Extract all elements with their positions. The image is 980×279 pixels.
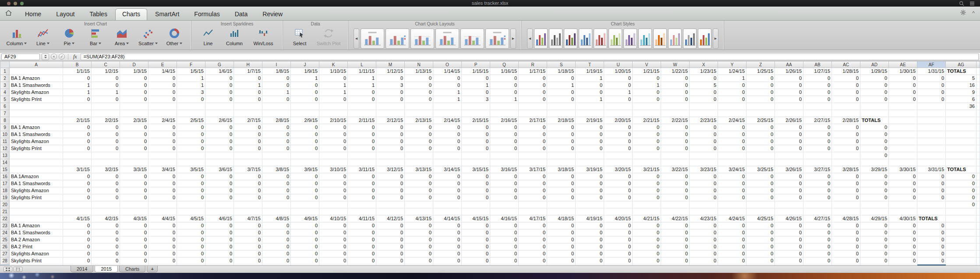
- cell[interactable]: 0: [234, 229, 262, 236]
- cell[interactable]: 0: [433, 250, 462, 258]
- cell[interactable]: 0: [462, 75, 490, 82]
- cell[interactable]: 0: [775, 138, 803, 145]
- insert-pie-chart-button[interactable]: Pie: [58, 27, 81, 50]
- cell[interactable]: 0: [746, 75, 775, 82]
- cell[interactable]: 0: [462, 229, 490, 236]
- zoom-window-icon[interactable]: [20, 2, 24, 5]
- cell[interactable]: 0: [149, 258, 177, 265]
- cell[interactable]: [462, 110, 490, 117]
- cell[interactable]: [889, 208, 917, 215]
- cell[interactable]: 0: [205, 131, 234, 138]
- add-sheet-tab[interactable]: +: [147, 266, 157, 272]
- cell[interactable]: 4/30/15: [889, 215, 917, 222]
- insert-scatter-chart-button[interactable]: Scatter: [137, 27, 159, 50]
- cell[interactable]: 0: [177, 250, 205, 258]
- cell[interactable]: 0: [92, 243, 120, 250]
- cell[interactable]: 0: [519, 124, 547, 131]
- cell[interactable]: 0: [860, 187, 889, 194]
- row-header-1[interactable]: 1: [0, 68, 10, 75]
- cell[interactable]: 0: [519, 75, 547, 82]
- cell[interactable]: 0: [291, 222, 319, 229]
- cell[interactable]: 0: [889, 222, 917, 229]
- cell[interactable]: [976, 166, 980, 173]
- cell[interactable]: 0: [376, 138, 405, 145]
- cell[interactable]: 2/28/15: [832, 117, 860, 124]
- cell[interactable]: 0: [92, 236, 120, 243]
- cell[interactable]: [433, 110, 462, 117]
- cell[interactable]: 0: [405, 138, 433, 145]
- cell[interactable]: 0: [205, 145, 234, 152]
- cell[interactable]: BA 1 Smashwords: [10, 131, 63, 138]
- cell[interactable]: 0: [291, 229, 319, 236]
- cell[interactable]: 0: [92, 173, 120, 180]
- cell[interactable]: 0: [63, 131, 92, 138]
- cell[interactable]: 0: [405, 187, 433, 194]
- cell[interactable]: [860, 103, 889, 110]
- cell[interactable]: TOTALS: [917, 215, 946, 222]
- cell[interactable]: 0: [576, 250, 604, 258]
- cell[interactable]: [149, 201, 177, 208]
- cell[interactable]: 0: [433, 131, 462, 138]
- cell[interactable]: 0: [633, 75, 661, 82]
- cell[interactable]: [234, 110, 262, 117]
- cell[interactable]: 0: [718, 222, 746, 229]
- cell[interactable]: 0: [661, 96, 690, 103]
- sheet-tab-2015[interactable]: 2015: [95, 266, 117, 272]
- cell[interactable]: [946, 124, 976, 131]
- cell[interactable]: 0: [661, 187, 690, 194]
- cell[interactable]: 0: [205, 180, 234, 187]
- cell[interactable]: 0: [832, 243, 860, 250]
- column-header-T[interactable]: T: [576, 61, 604, 68]
- cell[interactable]: 4/14/15: [433, 215, 462, 222]
- cell[interactable]: [775, 201, 803, 208]
- cell[interactable]: [946, 243, 976, 250]
- cell[interactable]: [462, 159, 490, 166]
- cell[interactable]: 0: [405, 96, 433, 103]
- cell[interactable]: 0: [433, 180, 462, 187]
- cell[interactable]: 0: [519, 243, 547, 250]
- cell[interactable]: 0: [177, 236, 205, 243]
- cell[interactable]: 4/22/15: [661, 215, 690, 222]
- cell[interactable]: [10, 201, 63, 208]
- cancel-entry-icon[interactable]: ×: [51, 54, 57, 60]
- cell[interactable]: 1/27/15: [803, 68, 832, 75]
- cell[interactable]: 0: [718, 194, 746, 201]
- cell[interactable]: 0: [860, 96, 889, 103]
- cell[interactable]: [976, 215, 980, 222]
- cell[interactable]: [547, 201, 576, 208]
- cell[interactable]: 0: [576, 180, 604, 187]
- cell[interactable]: 0: [547, 89, 576, 96]
- cell[interactable]: 0: [63, 124, 92, 131]
- cell[interactable]: 0: [775, 229, 803, 236]
- cell[interactable]: 0: [291, 145, 319, 152]
- cell[interactable]: 0: [92, 250, 120, 258]
- cell[interactable]: [917, 208, 946, 215]
- cell[interactable]: 4/16/15: [490, 215, 519, 222]
- cell[interactable]: 0: [889, 173, 917, 180]
- cell[interactable]: 0: [832, 187, 860, 194]
- column-header-AE[interactable]: AE: [889, 61, 917, 68]
- cell[interactable]: 3/15/15: [462, 166, 490, 173]
- cell[interactable]: 3/18/15: [547, 166, 576, 173]
- cell[interactable]: Skylights Print: [10, 194, 63, 201]
- cell[interactable]: [205, 152, 234, 159]
- cell[interactable]: 6: [946, 96, 976, 103]
- row-header-19[interactable]: 19: [0, 194, 10, 201]
- cell[interactable]: [803, 103, 832, 110]
- cell[interactable]: 0: [63, 194, 92, 201]
- cell[interactable]: [376, 152, 405, 159]
- cell[interactable]: 0: [718, 173, 746, 180]
- cell[interactable]: [205, 208, 234, 215]
- cell[interactable]: Skylights Print: [10, 258, 63, 265]
- cell[interactable]: 0: [519, 250, 547, 258]
- sheet-tab-2014[interactable]: 2014: [71, 266, 93, 272]
- cell[interactable]: 0: [120, 173, 149, 180]
- cell[interactable]: 0: [917, 75, 946, 82]
- row-header-22[interactable]: 22: [0, 215, 10, 222]
- cell[interactable]: TOTALS: [946, 166, 976, 173]
- cell[interactable]: 0: [547, 243, 576, 250]
- cell[interactable]: [92, 208, 120, 215]
- cell[interactable]: [10, 103, 63, 110]
- cell[interactable]: 0: [547, 250, 576, 258]
- sheet-tab-charts[interactable]: Charts: [119, 266, 145, 272]
